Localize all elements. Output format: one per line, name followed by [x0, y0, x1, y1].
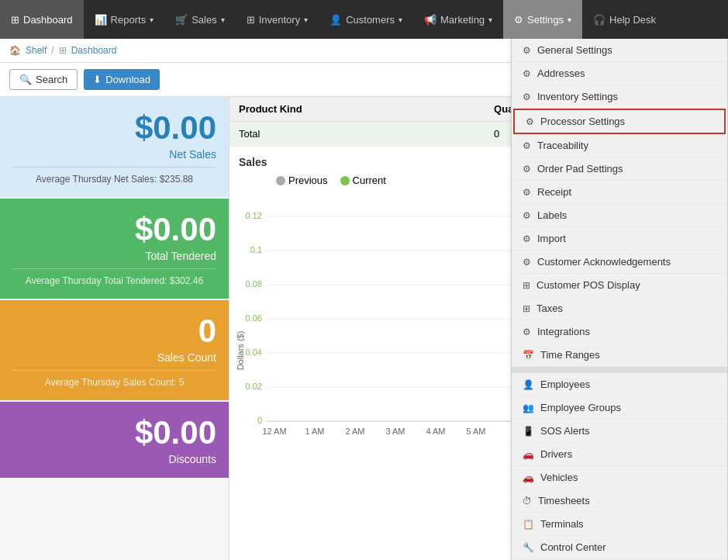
menu-icon: 📅	[523, 350, 534, 361]
stat-sales-count: 0 Sales Count Average Thursday Sales Cou…	[0, 300, 229, 400]
x-label-2am: 2 AM	[345, 427, 364, 436]
menu-item-label: Inventory Settings	[537, 91, 618, 102]
nav-helpdesk[interactable]: 🎧 Help Desk	[582, 0, 667, 39]
nav-reports[interactable]: 📊 Reports ▾	[84, 0, 165, 39]
settings-dropdown: ⚙General Settings⚙Addresses⚙Inventory Se…	[511, 39, 728, 560]
menu-item-timesheets[interactable]: ⏱Timesheets	[512, 489, 727, 513]
menu-item-label: Customer Acknowledgements	[537, 256, 671, 268]
menu-item-control-center[interactable]: 🔧Control Center	[512, 536, 727, 559]
nav-inventory[interactable]: ⊞ Inventory ▾	[236, 0, 319, 39]
menu-item-addresses[interactable]: ⚙Addresses	[512, 62, 727, 85]
menu-item-vehicles[interactable]: 🚗Vehicles	[512, 466, 727, 489]
menu-item-label: Import	[537, 233, 566, 244]
menu-item-customer-pos-display[interactable]: ⊞Customer POS Display	[512, 274, 727, 297]
menu-item-label: Customer POS Display	[537, 279, 640, 291]
top-navigation: ⊞ Dashboard 📊 Reports ▾ 🛒 Sales ▾ ⊞ Inve…	[0, 0, 728, 39]
menu-item-inventory-settings[interactable]: ⚙Inventory Settings	[512, 85, 727, 109]
nav-sales[interactable]: 🛒 Sales ▾	[164, 0, 236, 39]
menu-item-label: Vehicles	[540, 472, 578, 483]
x-label-12am: 12 AM	[262, 427, 286, 436]
discounts-value: $0.00	[12, 414, 216, 451]
inventory-icon: ⊞	[247, 14, 255, 26]
nav-settings-label: Settings	[527, 14, 564, 26]
menu-item-import[interactable]: ⚙Import	[512, 227, 727, 251]
menu-item-label: Labels	[537, 209, 567, 221]
nav-sales-label: Sales	[191, 14, 217, 26]
sales-icon: 🛒	[175, 14, 188, 26]
breadcrumb-shelf-link[interactable]: Shelf	[26, 45, 47, 56]
nav-reports-label: Reports	[111, 14, 147, 26]
helpdesk-icon: 🎧	[593, 14, 606, 26]
menu-icon: 👤	[523, 379, 534, 390]
search-label: Search	[36, 74, 67, 85]
menu-icon: ⚙	[523, 210, 531, 221]
menu-item-general-settings[interactable]: ⚙General Settings	[512, 39, 727, 62]
menu-item-employees[interactable]: 👤Employees	[512, 373, 727, 396]
total-tendered-label: Total Tendered	[12, 250, 216, 262]
menu-item-employee-groups[interactable]: 👥Employee Groups	[512, 396, 727, 420]
menu-item-taxes[interactable]: ⊞Taxes	[512, 297, 727, 320]
discounts-label: Discounts	[12, 453, 216, 465]
nav-marketing-label: Marketing	[440, 14, 485, 26]
y-label-0.12: 0.12	[246, 211, 262, 220]
y-label-0.1: 0.1	[250, 245, 262, 254]
nav-inventory-label: Inventory	[259, 14, 300, 26]
menu-icon: ⚙	[523, 68, 531, 79]
y-label-0.08: 0.08	[246, 279, 262, 289]
y-label-0: 0	[257, 416, 262, 425]
nav-dashboard-label: Dashboard	[23, 14, 73, 26]
menu-item-label: Receipt	[537, 186, 571, 198]
menu-icon: 📋	[523, 519, 534, 530]
settings-menu-list: ⚙General Settings⚙Addresses⚙Inventory Se…	[512, 39, 727, 560]
download-label: Download	[105, 74, 150, 85]
total-tendered-value: $0.00	[12, 211, 216, 248]
marketing-icon: 📢	[424, 14, 436, 26]
sales-chart: Dollars ($) 0.12 0.1 0.08 0.06 0.04 0.02…	[229, 195, 524, 459]
menu-item-drivers[interactable]: 🚗Drivers	[512, 443, 727, 466]
nav-settings[interactable]: ⚙ Settings ▾	[503, 0, 582, 39]
menu-item-label: Employee Groups	[540, 402, 621, 413]
nav-helpdesk-label: Help Desk	[609, 14, 656, 26]
menu-item-sos-alerts[interactable]: 📱SOS Alerts	[512, 420, 727, 443]
menu-item-label: Integrations	[537, 326, 590, 337]
stat-discounts: $0.00 Discounts	[0, 402, 229, 478]
nav-marketing[interactable]: 📢 Marketing ▾	[413, 0, 503, 39]
search-button[interactable]: 🔍 Search	[9, 69, 78, 90]
menu-item-receipt[interactable]: ⚙Receipt	[512, 181, 727, 204]
legend-previous-dot	[276, 176, 285, 185]
menu-item-label: Traceability	[537, 140, 588, 151]
x-label-3am: 3 AM	[385, 427, 405, 436]
y-axis-title: Dollars ($)	[236, 331, 245, 371]
menu-icon: 🔧	[523, 542, 534, 553]
menu-item-processor-settings[interactable]: ⚙Processor Settings	[513, 109, 726, 134]
menu-item-labels[interactable]: ⚙Labels	[512, 204, 727, 227]
menu-item-label: SOS Alerts	[540, 425, 590, 437]
breadcrumb-dashboard-link[interactable]: Dashboard	[71, 45, 117, 56]
net-sales-avg: Average Thursday Net Sales: $235.88	[12, 167, 216, 185]
dashboard-icon: ⊞	[11, 14, 19, 26]
table-header-product-kind: Product Kind	[229, 97, 485, 122]
menu-item-label: Time Ranges	[540, 349, 600, 361]
stat-panels: $0.00 Net Sales Average Thursday Net Sal…	[0, 97, 229, 560]
sales-count-value: 0	[12, 313, 216, 350]
net-sales-label: Net Sales	[12, 148, 216, 161]
customers-caret-icon: ▾	[399, 16, 402, 24]
nav-customers[interactable]: 👤 Customers ▾	[319, 0, 413, 39]
menu-icon: ⚙	[523, 164, 531, 175]
customers-icon: 👤	[329, 14, 342, 26]
nav-customers-label: Customers	[346, 14, 395, 26]
menu-icon: ⚙	[523, 187, 531, 198]
menu-item-order-pad-settings[interactable]: ⚙Order Pad Settings	[512, 157, 727, 181]
menu-item-integrations[interactable]: ⚙Integrations	[512, 320, 727, 344]
stat-net-sales: $0.00 Net Sales Average Thursday Net Sal…	[0, 97, 229, 197]
menu-divider	[512, 367, 727, 373]
nav-dashboard[interactable]: ⊞ Dashboard	[0, 0, 84, 39]
menu-item-time-ranges[interactable]: 📅Time Ranges	[512, 344, 727, 367]
menu-item-traceability[interactable]: ⚙Traceability	[512, 134, 727, 157]
menu-item-terminals[interactable]: 📋Terminals	[512, 513, 727, 536]
legend-current-label: Current	[353, 175, 386, 186]
download-button[interactable]: ⬇ Download	[84, 69, 160, 90]
menu-item-customer-acknowledgements[interactable]: ⚙Customer Acknowledgements	[512, 251, 727, 274]
sales-count-avg: Average Thursday Sales Count: 5	[12, 370, 216, 388]
y-label-0.02: 0.02	[246, 382, 262, 391]
